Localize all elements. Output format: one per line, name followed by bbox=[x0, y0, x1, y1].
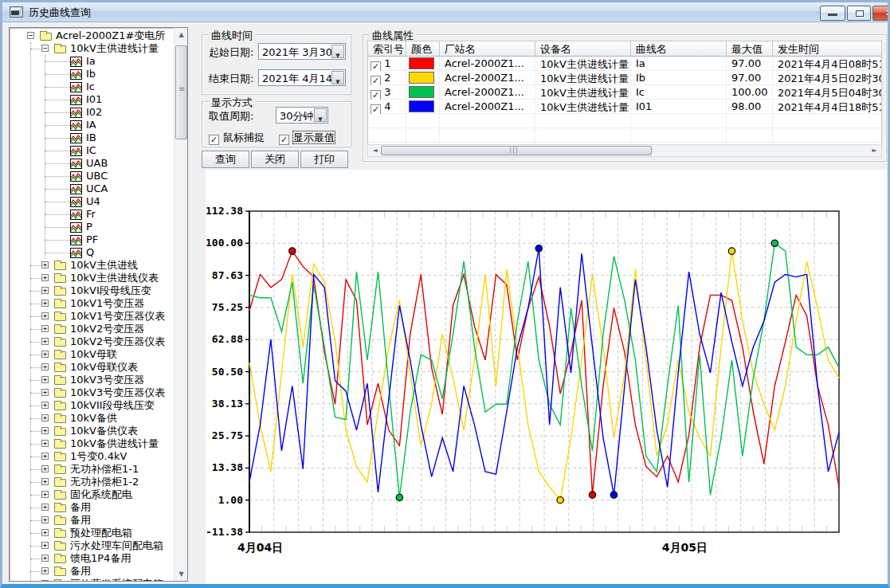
expand-icon[interactable]: + bbox=[41, 529, 49, 536]
expand-icon[interactable]: + bbox=[41, 312, 49, 319]
tree-item[interactable]: +备用 bbox=[10, 514, 174, 527]
expand-icon[interactable]: + bbox=[41, 478, 49, 485]
row-checkbox-cell[interactable]: ✓ 4 bbox=[368, 100, 406, 114]
tree-item[interactable]: Ic bbox=[10, 80, 174, 93]
expand-icon[interactable]: + bbox=[41, 402, 49, 409]
tree-item[interactable]: +10kV主供进线 bbox=[10, 259, 174, 272]
table-row[interactable]: ✓ 4Acrel-2000Z1...10kV主供进线计量I0198.002021… bbox=[368, 100, 882, 114]
period-combo[interactable]: 30分钟 ▼ bbox=[276, 107, 328, 123]
column-header[interactable]: 曲线名 bbox=[631, 41, 727, 57]
tree-item[interactable]: −10kV主供进线计量 bbox=[10, 42, 174, 55]
row-checkbox[interactable]: ✓ bbox=[371, 90, 381, 100]
column-header[interactable]: 索引号 bbox=[368, 41, 406, 57]
row-checkbox-cell[interactable]: ✓ 1 bbox=[368, 57, 406, 71]
row-checkbox[interactable]: ✓ bbox=[371, 76, 381, 85]
tree-item[interactable]: +10kV3号变压器仪表 bbox=[10, 386, 174, 399]
expand-icon[interactable]: + bbox=[41, 261, 49, 269]
end-date-combo[interactable]: 2021年 4月14 ▼ bbox=[258, 69, 346, 86]
collapse-icon[interactable]: − bbox=[41, 45, 49, 52]
tree-scrollbar-thumb[interactable] bbox=[175, 45, 187, 139]
chevron-down-icon[interactable]: ▼ bbox=[331, 71, 344, 84]
tree-item[interactable]: Fr bbox=[10, 208, 174, 221]
expand-icon[interactable]: + bbox=[41, 542, 49, 549]
expand-icon[interactable]: + bbox=[41, 580, 49, 581]
column-header[interactable]: 设备名 bbox=[535, 41, 631, 57]
query-button[interactable]: 查询 bbox=[202, 151, 249, 168]
tree-item[interactable]: P bbox=[10, 221, 174, 233]
expand-icon[interactable]: + bbox=[41, 465, 49, 472]
column-header[interactable]: 最大值 bbox=[727, 41, 773, 57]
column-header[interactable]: 颜色 bbox=[406, 41, 440, 57]
tree-item[interactable]: +无功补偿柜1-1 bbox=[10, 463, 174, 476]
minimize-button[interactable] bbox=[820, 6, 845, 21]
expand-icon[interactable]: + bbox=[41, 516, 49, 523]
tree-item[interactable]: IB bbox=[10, 131, 174, 144]
tree-item[interactable]: +10kV1号变压器仪表 bbox=[10, 310, 174, 323]
expand-icon[interactable]: + bbox=[41, 338, 49, 345]
close-button[interactable]: ✕ bbox=[872, 6, 890, 21]
tree-item[interactable]: +10kV2号变压器仪表 bbox=[10, 335, 174, 348]
tree-item[interactable]: +10kVI段母线压变 bbox=[10, 284, 174, 297]
mouse-capture-checkbox[interactable]: ✓鼠标捕捉 bbox=[209, 129, 265, 145]
tree-item[interactable]: +10kV主供进线仪表 bbox=[10, 272, 174, 284]
tree-item[interactable]: Q bbox=[10, 246, 174, 259]
table-row[interactable]: ✓ 1Acrel-2000Z1...10kV主供进线计量Ia97.002021年… bbox=[368, 57, 882, 71]
expand-icon[interactable]: + bbox=[41, 325, 49, 332]
expand-icon[interactable]: + bbox=[41, 567, 49, 574]
expand-icon[interactable]: + bbox=[41, 453, 49, 460]
row-checkbox-cell[interactable]: ✓ 2 bbox=[368, 71, 406, 85]
table-row[interactable]: ✓ 3Acrel-2000Z1...10kV主供进线计量Ic100.002021… bbox=[368, 85, 882, 100]
row-checkbox-cell[interactable]: ✓ 3 bbox=[368, 85, 406, 100]
tree-item[interactable]: UBC bbox=[10, 170, 174, 182]
scroll-down-arrow[interactable]: ▼ bbox=[174, 567, 188, 581]
title-bar[interactable]: 历史曲线查询 ✕ bbox=[2, 2, 888, 22]
tree-item[interactable]: IA bbox=[10, 119, 174, 131]
tree-item[interactable]: +10kV备供仪表 bbox=[10, 425, 174, 437]
table-horizontal-scrollbar[interactable]: ◄ ► bbox=[367, 144, 882, 157]
tree-item[interactable]: +10kV母联仪表 bbox=[10, 361, 174, 374]
print-button[interactable]: 打印 bbox=[300, 151, 348, 168]
show-extremes-checkbox[interactable]: ✓显示最值 bbox=[279, 129, 335, 145]
tree-item[interactable]: +10kV备供 bbox=[10, 412, 174, 425]
expand-icon[interactable]: + bbox=[41, 363, 49, 370]
close-dialog-button[interactable]: 关闭 bbox=[251, 151, 299, 168]
tree-item[interactable]: +备用 bbox=[10, 565, 174, 578]
column-header[interactable]: 厂站名 bbox=[440, 41, 535, 57]
tree-item[interactable]: +馈电1P4备用 bbox=[10, 552, 174, 565]
expand-icon[interactable]: + bbox=[41, 427, 49, 434]
expand-icon[interactable]: + bbox=[41, 300, 49, 307]
scroll-right-arrow[interactable]: ► bbox=[868, 145, 881, 156]
expand-icon[interactable]: + bbox=[41, 555, 49, 562]
tree-item[interactable]: +三效蒸发系统配电箱 bbox=[10, 578, 174, 581]
tree-item[interactable]: Ib bbox=[10, 68, 174, 80]
tree-item[interactable]: PF bbox=[10, 233, 174, 246]
restore-button[interactable] bbox=[847, 6, 871, 21]
tree-item[interactable]: +无功补偿柜1-2 bbox=[10, 476, 174, 488]
expand-icon[interactable]: + bbox=[41, 389, 49, 396]
row-checkbox[interactable]: ✓ bbox=[371, 104, 381, 114]
tree-item[interactable]: +10kV母联 bbox=[10, 348, 174, 361]
expand-icon[interactable]: + bbox=[41, 504, 49, 511]
expand-icon[interactable]: + bbox=[41, 376, 49, 383]
tree-item[interactable]: Ia bbox=[10, 55, 174, 68]
tree-item[interactable]: +10kV1号变压器 bbox=[10, 297, 174, 310]
collapse-icon[interactable]: − bbox=[27, 32, 34, 39]
chevron-down-icon[interactable]: ▼ bbox=[314, 108, 327, 122]
expand-icon[interactable]: + bbox=[41, 274, 49, 281]
tree-item[interactable]: IC bbox=[10, 144, 174, 157]
expand-icon[interactable]: + bbox=[41, 414, 49, 421]
expand-icon[interactable]: + bbox=[41, 491, 49, 498]
start-date-combo[interactable]: 2021年 3月30 ▼ bbox=[258, 43, 346, 60]
tree-item[interactable]: I02 bbox=[10, 106, 174, 119]
tree-item[interactable]: +10kV备供进线计量 bbox=[10, 437, 174, 450]
expand-icon[interactable]: + bbox=[41, 287, 49, 294]
table-row[interactable]: ✓ 2Acrel-2000Z1...10kV主供进线计量Ib97.002021年… bbox=[368, 71, 882, 85]
row-checkbox[interactable]: ✓ bbox=[371, 61, 381, 71]
expand-icon[interactable]: + bbox=[41, 440, 49, 447]
scroll-up-arrow[interactable]: ▲ bbox=[174, 28, 188, 41]
tree-item[interactable]: +备用 bbox=[10, 501, 174, 514]
tree-item[interactable]: UAB bbox=[10, 157, 174, 170]
tree-item[interactable]: U4 bbox=[10, 195, 174, 208]
tree-item[interactable]: I01 bbox=[10, 93, 174, 106]
scroll-left-arrow[interactable]: ◄ bbox=[368, 145, 382, 156]
